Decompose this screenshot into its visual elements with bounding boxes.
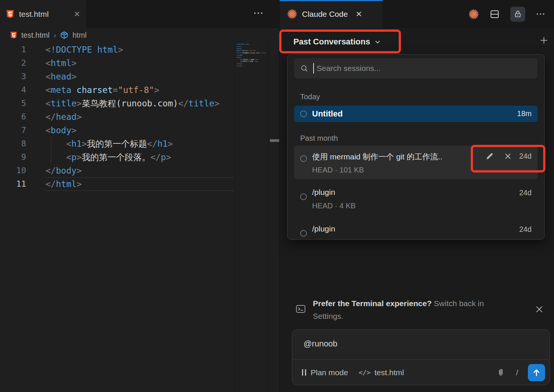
sessions-dropdown: Search sessions... TodayUntitled18mPast … bbox=[287, 54, 545, 240]
breadcrumb: test.html › html bbox=[0, 28, 279, 42]
code-file-icon: </> bbox=[358, 368, 371, 376]
code-line[interactable]: 9 <p>我的第一个段落。</p> bbox=[0, 150, 279, 164]
close-tab-icon[interactable]: ✕ bbox=[356, 10, 362, 19]
code-line[interactable]: 10</body> bbox=[0, 164, 279, 177]
delete-session-x-icon[interactable] bbox=[504, 152, 512, 160]
session-circle-icon bbox=[300, 111, 307, 117]
send-button[interactable] bbox=[528, 364, 545, 381]
section-label: Past month bbox=[300, 134, 544, 143]
tab-claude-code[interactable]: Claude Code ✕ bbox=[279, 0, 383, 28]
code-line[interactable]: 3<head> bbox=[0, 70, 279, 83]
new-conversation-button[interactable] bbox=[539, 35, 549, 45]
line-number: 4 bbox=[0, 83, 26, 97]
past-conversations-dropdown-button[interactable]: Past Conversations bbox=[293, 36, 381, 47]
code-line[interactable]: 7<body> bbox=[0, 124, 279, 137]
code-line[interactable]: 4<meta charset="utf-8"> bbox=[0, 83, 279, 97]
session-title: /plugin bbox=[312, 188, 335, 197]
search-input[interactable]: Search sessions... bbox=[294, 58, 538, 78]
session-row[interactable]: /plugin24dHEAD · 4 KB bbox=[294, 220, 538, 240]
session-subtitle: HEAD · 4 KB bbox=[312, 202, 356, 210]
claude-action-icon[interactable] bbox=[469, 9, 479, 19]
symbol-cube-icon bbox=[60, 31, 68, 39]
line-content: <h1>我的第一个标题</h1> bbox=[26, 137, 173, 150]
text-caret bbox=[313, 63, 314, 74]
line-content: <html> bbox=[26, 56, 77, 70]
breadcrumb-symbol[interactable]: html bbox=[72, 31, 87, 40]
line-number: 5 bbox=[0, 97, 26, 110]
claude-code-panel: Past Conversations Search sessions... To… bbox=[279, 28, 554, 392]
tab-label: Claude Code bbox=[302, 10, 348, 19]
message-composer[interactable]: @runoob Plan mode </> test.html / bbox=[292, 329, 550, 385]
session-age: 24d bbox=[519, 189, 532, 197]
banner-close-icon[interactable] bbox=[535, 305, 544, 314]
line-number: 9 bbox=[0, 150, 26, 164]
session-circle-icon bbox=[300, 230, 307, 237]
line-content: <head> bbox=[26, 70, 77, 83]
scrollbar-divider bbox=[268, 42, 269, 392]
minimap[interactable]: <!DOCTYPE html><html><head><meta charset… bbox=[236, 43, 266, 67]
context-file-chip[interactable]: test.html bbox=[374, 368, 404, 377]
split-editor-icon[interactable] bbox=[489, 9, 500, 19]
slash-command-button[interactable]: / bbox=[516, 368, 518, 377]
line-content: <!DOCTYPE html> bbox=[26, 43, 123, 56]
session-title: /plugin bbox=[312, 224, 335, 233]
line-content: <meta charset="utf-8"> bbox=[26, 83, 159, 97]
rename-session-pencil-icon[interactable] bbox=[485, 152, 494, 161]
html5-icon bbox=[6, 10, 14, 19]
session-row[interactable]: Untitled18m bbox=[294, 106, 538, 122]
code-line[interactable]: 8 <h1>我的第一个标题</h1> bbox=[0, 137, 279, 150]
line-number: 10 bbox=[0, 164, 26, 177]
panel-title-label: Past Conversations bbox=[293, 37, 370, 47]
scrollbar-slider[interactable] bbox=[270, 139, 280, 142]
breadcrumb-file[interactable]: test.html bbox=[21, 31, 50, 40]
html5-icon bbox=[10, 31, 17, 39]
line-number: 1 bbox=[0, 43, 26, 56]
lock-icon[interactable] bbox=[510, 7, 525, 22]
session-age: 24d bbox=[519, 225, 532, 234]
line-number: 2 bbox=[0, 56, 26, 70]
tab-strip-empty: ⋯ bbox=[87, 0, 279, 28]
search-icon bbox=[300, 64, 308, 72]
section-label: Today bbox=[300, 93, 544, 101]
more-icon[interactable]: ⋯ bbox=[536, 8, 546, 20]
session-title: Untitled bbox=[312, 109, 343, 119]
line-content: </body> bbox=[26, 164, 82, 177]
code-editor[interactable]: 1<!DOCTYPE html>2<html>3<head>4<meta cha… bbox=[0, 42, 279, 392]
editor-group-actions: ⋯ bbox=[383, 0, 554, 28]
minimap-content: <!DOCTYPE html><html><head><meta charset… bbox=[236, 43, 266, 67]
line-number: 11 bbox=[0, 177, 26, 191]
claude-icon bbox=[287, 9, 297, 19]
search-placeholder: Search sessions... bbox=[317, 64, 381, 73]
session-row[interactable]: /plugin24dHEAD · 4 KB bbox=[294, 184, 538, 216]
code-line[interactable]: 5<title>菜鸟教程(runoob.com)</title> bbox=[0, 97, 279, 110]
chevron-down-icon bbox=[374, 39, 381, 45]
session-circle-icon bbox=[300, 193, 307, 200]
breadcrumb-separator: › bbox=[54, 31, 56, 40]
terminal-icon bbox=[296, 304, 306, 314]
code-line[interactable]: 11</html> bbox=[0, 177, 279, 191]
session-subtitle: HEAD · 4 KB bbox=[312, 238, 356, 240]
tab-test-html[interactable]: test.html ✕ bbox=[0, 0, 87, 28]
line-number: 8 bbox=[0, 137, 26, 150]
composer-text[interactable]: @runoob bbox=[304, 339, 337, 349]
session-row[interactable]: 使用 mermaid 制作一个 git 的工作流..24dHEAD · 101 … bbox=[294, 146, 538, 179]
editor-more-actions-icon[interactable]: ⋯ bbox=[253, 7, 264, 19]
tab-label: test.html bbox=[19, 10, 69, 19]
line-content: </html> bbox=[26, 177, 82, 191]
terminal-banner-text: Prefer the Terminal experience? Switch b… bbox=[313, 297, 509, 323]
line-number: 7 bbox=[0, 124, 26, 137]
line-content: <p>我的第一个段落。</p> bbox=[26, 150, 171, 164]
composer-toolbar: Plan mode </> test.html / bbox=[292, 360, 550, 385]
close-tab-icon[interactable]: ✕ bbox=[74, 10, 80, 19]
attach-paperclip-icon[interactable] bbox=[496, 368, 505, 377]
line-number: 3 bbox=[0, 70, 26, 83]
line-content: <body> bbox=[26, 124, 77, 137]
plan-mode-button[interactable]: Plan mode bbox=[311, 368, 348, 377]
code-line[interactable]: 6</head> bbox=[0, 110, 279, 124]
session-age: 18m bbox=[517, 109, 532, 118]
line-number: 6 bbox=[0, 110, 26, 124]
line-content: <title>菜鸟教程(runoob.com)</title> bbox=[26, 97, 220, 110]
session-age: 24d bbox=[519, 152, 532, 161]
session-list: TodayUntitled18mPast month使用 mermaid 制作一… bbox=[287, 93, 544, 240]
plan-mode-icon bbox=[302, 369, 306, 376]
